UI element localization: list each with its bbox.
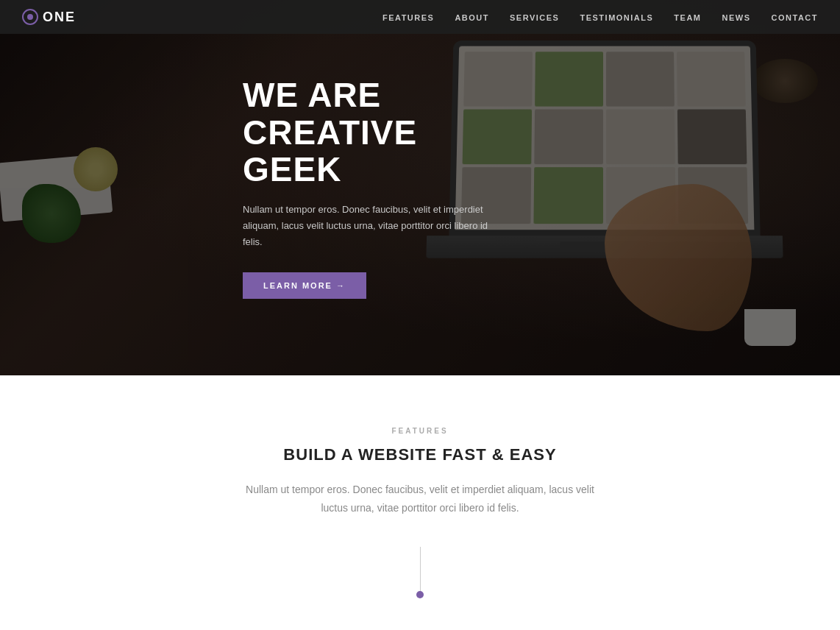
nav-news[interactable]: NEWS xyxy=(722,13,751,22)
logo[interactable]: ONE xyxy=(22,9,76,25)
logo-icon xyxy=(22,9,38,25)
nav-services[interactable]: SERVICES xyxy=(510,13,559,22)
features-description: Nullam ut tempor eros. Donec faucibus, v… xyxy=(236,481,604,517)
features-section: FEATURES BUILD A WEBSITE FAST & EASY Nul… xyxy=(0,375,840,630)
hero-subtitle: Nullam ut tempor eros. Donec faucibus, v… xyxy=(243,202,493,250)
nav-testimonials[interactable]: TESTIMONIALS xyxy=(580,13,653,22)
hero-section: WE ARE CREATIVE GEEK Nullam ut tempor er… xyxy=(0,0,840,375)
features-title: BUILD A WEBSITE FAST & EASY xyxy=(15,445,825,464)
nav-features[interactable]: FEATURES xyxy=(382,13,434,22)
divider-dot xyxy=(416,591,424,598)
nav-contact[interactable]: CONTACT xyxy=(772,13,818,22)
nav-links: FEATURES ABOUT SERVICES TESTIMONIALS TEA… xyxy=(382,10,818,24)
logo-icon-inner xyxy=(27,14,33,20)
divider-line-element xyxy=(420,547,421,591)
nav-team[interactable]: TEAM xyxy=(674,13,701,22)
learn-more-button[interactable]: LEARN MORE → xyxy=(243,272,366,299)
features-label: FEATURES xyxy=(15,427,825,435)
hero-title: WE ARE CREATIVE GEEK xyxy=(243,77,493,188)
nav-about[interactable]: ABOUT xyxy=(455,13,489,22)
logo-text: ONE xyxy=(43,10,76,25)
section-divider xyxy=(15,547,825,598)
hero-content: WE ARE CREATIVE GEEK Nullam ut tempor er… xyxy=(110,77,493,299)
navbar: ONE FEATURES ABOUT SERVICES TESTIMONIALS… xyxy=(0,0,840,34)
